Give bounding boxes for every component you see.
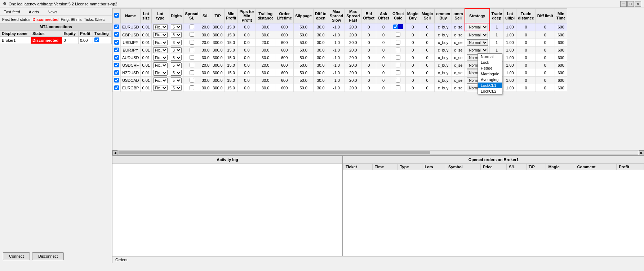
main-table-container[interactable]: Name Lotsize Lottype Digits SpreadSL S/L… — [112, 8, 644, 150]
dropdown-item-lock[interactable]: Lock — [478, 59, 502, 65]
cell-lot-type[interactable]: Fix... — [151, 31, 169, 39]
cell-digits[interactable]: 5 — [169, 31, 183, 39]
cell-comm-sell: c_se — [452, 77, 465, 84]
th-offset-calc: OffsetCalc — [391, 8, 405, 23]
th-digits: Digits — [169, 8, 183, 23]
cell-digits[interactable]: 5 — [169, 23, 183, 31]
cell-spread-sl[interactable] — [183, 23, 200, 31]
cell-offset-calc[interactable] — [391, 31, 405, 39]
cell-diff-open: 30.0 — [314, 54, 328, 62]
cell-spread-sl[interactable] — [183, 54, 200, 62]
cell-digits[interactable]: 5 — [169, 54, 183, 62]
cell-trailing: 20.0 — [256, 39, 275, 46]
cell-lot-type[interactable]: Fix... — [151, 46, 169, 54]
cell-magic-buy: 0 — [405, 84, 420, 92]
scroll-left-arrow[interactable]: ◀ — [112, 150, 117, 155]
cell-offset-calc[interactable] — [391, 84, 405, 92]
cell-lot-type[interactable]: Fix... — [151, 77, 169, 84]
cell-spread-sl[interactable] — [183, 46, 200, 54]
cell-magic-buy: 0 — [405, 77, 420, 84]
cell-ask-offset: 0 — [376, 54, 391, 62]
cell-spread-sl[interactable] — [183, 39, 200, 46]
cell-lot-size: 0.01 — [141, 23, 151, 31]
dropdown-item-averaging[interactable]: Averaging — [478, 77, 502, 83]
cell-offset-calc[interactable] — [391, 46, 405, 54]
connect-button[interactable]: Connect — [3, 252, 30, 260]
cell-strategy[interactable]: Normal — [465, 23, 490, 31]
strategy-select[interactable]: Normal — [467, 39, 488, 46]
dropdown-item-hedge[interactable]: Hedge — [478, 65, 502, 71]
menu-alerts[interactable]: Alerts — [27, 9, 41, 15]
menu-news[interactable]: News — [45, 9, 60, 15]
horizontal-scrollbar[interactable]: ◀ ▶ — [112, 150, 644, 155]
scroll-track[interactable] — [118, 151, 638, 155]
cell-bid-offset: 0 — [361, 46, 376, 54]
dropdown-item-martingale[interactable]: Martingale — [478, 71, 502, 77]
strategy-dropdown[interactable]: NormalLockHedgeMartingaleAveragingLockCL… — [478, 53, 502, 94]
dropdown-item-normal[interactable]: Normal — [478, 54, 502, 59]
broker-status: Disconnected — [31, 37, 62, 44]
cell-min-profit: 15.0 — [224, 84, 238, 92]
cell-spread-sl[interactable] — [183, 77, 200, 84]
th-pips-min: Pips forMinProfit — [238, 8, 256, 23]
dropdown-item-lockcl1[interactable]: LockCL1 — [478, 83, 502, 88]
cell-trade-dist: 0 — [516, 46, 536, 54]
strategy-select[interactable]: Normal — [467, 24, 488, 30]
cell-comm-buy: c_buy — [435, 31, 452, 39]
cell-magic-sell: 0 — [420, 46, 434, 54]
cell-offset-calc[interactable] — [391, 62, 405, 69]
menu-bar: Fast feed Alerts News — [0, 8, 112, 16]
cell-strategy[interactable]: Normal — [465, 39, 490, 46]
cell-lot-type[interactable]: Fix... — [151, 39, 169, 46]
cell-spread-sl[interactable] — [183, 69, 200, 77]
scroll-right-arrow[interactable]: ▶ — [639, 150, 644, 155]
cell-digits[interactable]: 5 — [169, 62, 183, 69]
cell-magic-buy: 0 — [405, 39, 420, 46]
close-button[interactable]: ✕ — [635, 1, 641, 7]
broker-equity: 0 — [62, 37, 78, 44]
table-row: EURUSD0.01Fix...520.0300.015.00.030.0600… — [113, 23, 567, 31]
cell-digits[interactable]: 5 — [169, 84, 183, 92]
strategy-select[interactable]: Normal — [467, 47, 488, 53]
cell-offset-calc[interactable] — [391, 23, 405, 31]
cell-spread-sl[interactable] — [183, 62, 200, 69]
cell-lot-type[interactable]: Fix... — [151, 62, 169, 69]
cell-lot-type[interactable]: Fix... — [151, 54, 169, 62]
th-name: Name — [121, 8, 141, 23]
cell-tp: 300.0 — [211, 39, 225, 46]
cell-strategy[interactable]: Normal — [465, 31, 490, 39]
cell-lot-type[interactable]: Fix... — [151, 23, 169, 31]
cell-offset-calc[interactable] — [391, 54, 405, 62]
scroll-thumb[interactable] — [119, 151, 430, 154]
activity-log-body — [112, 164, 342, 256]
cell-min-time: 600 — [555, 84, 567, 92]
cell-trade-dist: 0 — [516, 84, 536, 92]
cell-digits[interactable]: 3 — [169, 39, 183, 46]
maximize-button[interactable]: □ — [627, 1, 634, 7]
cell-digits[interactable]: 3 — [169, 46, 183, 54]
cell-offset-calc[interactable] — [391, 77, 405, 84]
cell-spread-sl[interactable] — [183, 84, 200, 92]
menu-fast-feed[interactable]: Fast feed — [1, 9, 22, 15]
cell-offset-calc[interactable] — [391, 69, 405, 77]
th-magic-buy: MagicBuy — [405, 8, 420, 23]
cell-lot-type[interactable]: Fix... — [151, 84, 169, 92]
strategy-select[interactable]: Normal — [467, 32, 488, 38]
cell-max-spread-fast: 20.0 — [345, 23, 361, 31]
cell-digits[interactable]: 5 — [169, 77, 183, 84]
dropdown-item-lockcl2[interactable]: LockCL2 — [478, 88, 502, 94]
cell-lot-mult: 1.00 — [503, 69, 516, 77]
minimize-button[interactable]: ─ — [620, 1, 627, 7]
cell-bid-offset: 0 — [361, 77, 376, 84]
cell-lot-type[interactable]: Fix... — [151, 69, 169, 77]
cell-lot-size: 0.01 — [141, 31, 151, 39]
cell-ask-offset: 0 — [376, 39, 391, 46]
cell-comm-buy: c_buy — [435, 62, 452, 69]
cell-digits[interactable]: 5 — [169, 69, 183, 77]
cell-sl: 30.0 — [200, 77, 211, 84]
cell-max-spread-slow: -1.0 — [328, 62, 345, 69]
cell-strategy[interactable]: Normal — [465, 46, 490, 54]
cell-spread-sl[interactable] — [183, 31, 200, 39]
disconnect-button[interactable]: Disconnect — [32, 252, 64, 260]
cell-offset-calc[interactable] — [391, 39, 405, 46]
